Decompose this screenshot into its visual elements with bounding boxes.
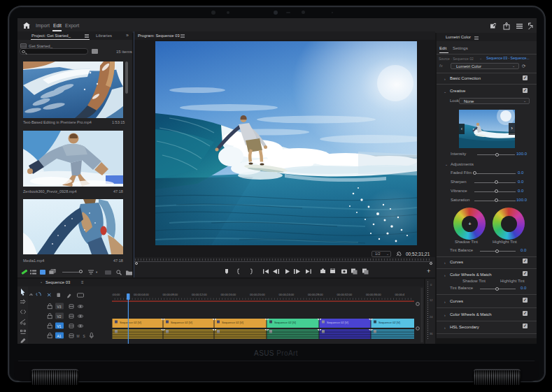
svg-text:;00;00: ;00;00 <box>112 293 120 296</box>
svg-text:S: S <box>83 335 85 338</box>
svg-text:00;00;36;00: 00;00;36;00 <box>366 293 381 296</box>
svg-text:Sequence 02 [V]: Sequence 02 [V] <box>171 321 192 324</box>
svg-text:Sequence 02 [V]: Sequence 02 [V] <box>378 321 400 324</box>
svg-text:V2: V2 <box>57 315 62 319</box>
svg-text:V3: V3 <box>57 305 62 309</box>
svg-text:00;00;20;00: 00;00;20;00 <box>250 293 265 296</box>
svg-text:00;00;12;00: 00;00;12;00 <box>192 293 207 296</box>
svg-text:V1: V1 <box>57 325 62 328</box>
svg-text:00;00;4: 00;00;4 <box>395 293 405 296</box>
svg-text:M: M <box>77 335 80 338</box>
svg-text:Sequence 02 [V]: Sequence 02 [V] <box>222 321 243 324</box>
svg-text:00;00;08;00: 00;00;08;00 <box>163 293 178 296</box>
svg-text:Sequence 02 [V]: Sequence 02 [V] <box>327 321 348 324</box>
svg-text:00;00;28;00: 00;00;28;00 <box>308 293 323 296</box>
svg-text:00;00;24;00: 00;00;24;00 <box>279 293 295 296</box>
svg-text:A1: A1 <box>57 335 62 338</box>
svg-text:00;00;32;00: 00;00;32;00 <box>337 293 353 296</box>
svg-text:00;00;16;00: 00;00;16;00 <box>221 293 236 296</box>
svg-text:Sequence 02 [V]: Sequence 02 [V] <box>120 321 141 324</box>
svg-text:Sequence 02 [V]: Sequence 02 [V] <box>274 321 296 324</box>
svg-text:00;00;04;00: 00;00;04;00 <box>134 293 149 296</box>
